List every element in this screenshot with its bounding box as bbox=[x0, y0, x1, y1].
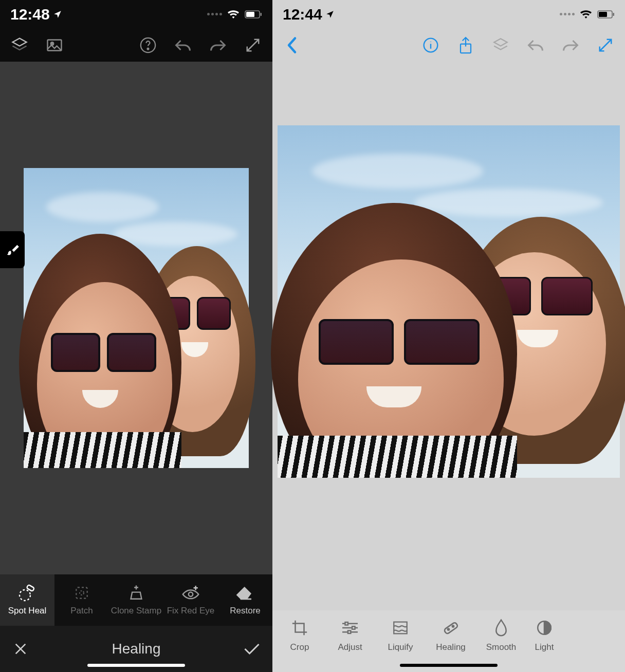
cancel-button[interactable] bbox=[10, 639, 31, 659]
wifi-icon bbox=[580, 9, 592, 20]
patch-icon bbox=[73, 584, 90, 602]
svg-rect-18 bbox=[352, 626, 355, 629]
editor-topbar bbox=[0, 28, 272, 62]
svg-point-22 bbox=[452, 626, 454, 627]
eraser-icon bbox=[235, 584, 255, 602]
svg-point-10 bbox=[80, 591, 84, 595]
tool-patch[interactable]: Patch bbox=[54, 574, 109, 626]
red-eye-icon bbox=[181, 584, 200, 602]
svg-rect-2 bbox=[261, 13, 262, 16]
image-picker-icon[interactable] bbox=[44, 35, 65, 55]
crop-icon bbox=[291, 619, 308, 637]
tool-label: Fix Red Eye bbox=[167, 606, 215, 616]
status-right bbox=[207, 9, 262, 20]
photo-content bbox=[24, 168, 249, 468]
status-bar: 12:48 bbox=[0, 0, 272, 28]
redo-icon[interactable] bbox=[560, 35, 581, 55]
svg-rect-13 bbox=[599, 12, 607, 17]
tool-restore[interactable]: Restore bbox=[218, 574, 272, 626]
liquify-icon bbox=[392, 619, 409, 637]
healing-tool-strip: Spot Heal Patch Clone Stamp Fix Red Eye bbox=[0, 574, 272, 626]
tool-label: Spot Heal bbox=[8, 606, 47, 616]
tool-clone-stamp[interactable]: Clone Stamp bbox=[109, 574, 163, 626]
canvas-area[interactable] bbox=[272, 62, 625, 610]
info-icon[interactable] bbox=[420, 35, 441, 55]
svg-point-7 bbox=[20, 590, 30, 601]
screen-main-editor: 12:44 bbox=[272, 0, 625, 672]
canvas-area[interactable] bbox=[0, 62, 272, 574]
smooth-icon bbox=[493, 619, 509, 637]
svg-rect-1 bbox=[246, 12, 254, 17]
pager-dots-icon bbox=[207, 13, 222, 15]
tool-label: Light bbox=[535, 642, 554, 652]
screen-healing-editor: 12:48 bbox=[0, 0, 272, 672]
tool-label: Restore bbox=[230, 606, 261, 616]
tool-label: Clone Stamp bbox=[111, 606, 161, 616]
tool-label: Patch bbox=[70, 606, 93, 616]
svg-point-6 bbox=[148, 48, 149, 49]
battery-icon bbox=[245, 10, 262, 18]
clock-text: 12:48 bbox=[10, 6, 50, 23]
tool-smooth[interactable]: Smooth bbox=[476, 619, 526, 652]
battery-icon bbox=[597, 10, 615, 18]
status-right bbox=[560, 9, 615, 20]
svg-point-21 bbox=[448, 629, 449, 630]
svg-rect-20 bbox=[444, 622, 458, 634]
layers-icon[interactable] bbox=[9, 35, 30, 55]
light-icon bbox=[536, 619, 553, 637]
svg-rect-9 bbox=[76, 587, 87, 598]
undo-icon[interactable] bbox=[173, 35, 193, 55]
home-indicator[interactable] bbox=[87, 664, 185, 667]
layers-icon[interactable] bbox=[490, 35, 511, 55]
clone-stamp-icon bbox=[128, 584, 144, 602]
location-icon bbox=[53, 10, 62, 19]
status-bar: 12:44 bbox=[272, 0, 625, 28]
fullscreen-icon[interactable] bbox=[243, 35, 263, 55]
share-icon[interactable] bbox=[455, 35, 476, 55]
help-icon[interactable] bbox=[138, 35, 158, 55]
healing-icon bbox=[442, 619, 460, 637]
redo-icon[interactable] bbox=[208, 35, 228, 55]
location-icon bbox=[325, 10, 335, 19]
photo-content bbox=[278, 125, 620, 478]
confirm-button[interactable] bbox=[242, 639, 262, 659]
wifi-icon bbox=[227, 9, 240, 20]
tool-liquify[interactable]: Liquify bbox=[375, 619, 426, 652]
tool-adjust[interactable]: Adjust bbox=[325, 619, 375, 652]
back-button[interactable] bbox=[282, 35, 302, 55]
main-tool-strip[interactable]: Crop Adjust Liquify Healing bbox=[272, 610, 625, 672]
brush-tool-tab[interactable] bbox=[0, 231, 25, 268]
main-topbar bbox=[272, 28, 625, 62]
status-time: 12:44 bbox=[283, 6, 335, 23]
home-indicator[interactable] bbox=[400, 664, 498, 667]
tool-label: Crop bbox=[290, 642, 309, 652]
svg-rect-14 bbox=[613, 13, 615, 16]
tool-healing[interactable]: Healing bbox=[426, 619, 476, 652]
tool-fix-red-eye[interactable]: Fix Red Eye bbox=[163, 574, 218, 626]
tool-light[interactable]: Light bbox=[526, 619, 562, 652]
adjust-icon bbox=[341, 619, 359, 637]
undo-icon[interactable] bbox=[525, 35, 546, 55]
pager-dots-icon bbox=[560, 13, 575, 15]
tool-crop[interactable]: Crop bbox=[274, 619, 325, 652]
tool-label: Liquify bbox=[388, 642, 413, 652]
svg-rect-17 bbox=[345, 622, 347, 625]
mode-title: Healing bbox=[112, 641, 161, 657]
tool-label: Adjust bbox=[338, 642, 362, 652]
fullscreen-icon[interactable] bbox=[595, 35, 616, 55]
tool-label: Healing bbox=[436, 642, 466, 652]
status-time: 12:48 bbox=[10, 6, 62, 23]
tool-label: Smooth bbox=[486, 642, 517, 652]
svg-point-11 bbox=[189, 592, 193, 596]
svg-rect-19 bbox=[348, 630, 351, 633]
tool-spot-heal[interactable]: Spot Heal bbox=[0, 574, 54, 626]
clock-text: 12:44 bbox=[283, 6, 322, 23]
spot-heal-icon bbox=[18, 584, 36, 602]
